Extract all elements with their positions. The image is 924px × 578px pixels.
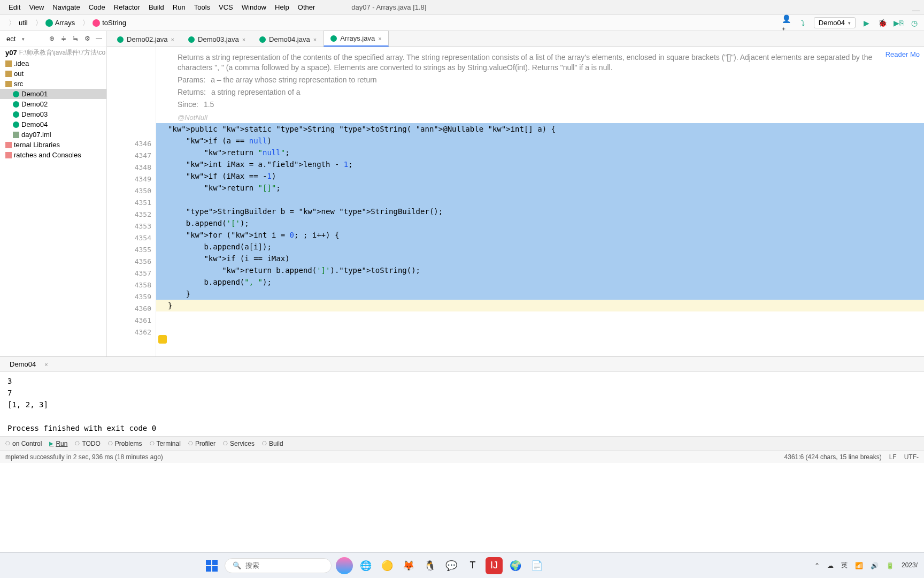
editor-tab[interactable]: Arrays.java× bbox=[324, 31, 388, 47]
code-line[interactable]: b.append('['); bbox=[156, 217, 924, 229]
line-number[interactable]: 4356 bbox=[111, 256, 151, 268]
code-lines[interactable]: "kw">public "kw">static "type">String "t… bbox=[156, 123, 924, 323]
code-line[interactable] bbox=[156, 311, 924, 323]
menu-item[interactable]: Run bbox=[168, 1, 190, 13]
code-line[interactable]: } bbox=[156, 300, 924, 311]
line-number[interactable]: 4349 bbox=[111, 173, 151, 185]
code-line[interactable]: "kw">for ("kw">int i = 0; ; i++) { bbox=[156, 229, 924, 241]
tool-window-button[interactable]: ⎔TODO bbox=[75, 440, 100, 447]
code-area[interactable]: Returns a string representation of the c… bbox=[156, 47, 924, 356]
code-line[interactable]: "kw">return b.append(']')."type">toStrin… bbox=[156, 264, 924, 276]
project-root[interactable]: y07 F:\师承教育\java课件\7方法\co bbox=[0, 47, 106, 58]
chevron-up-icon[interactable]: ⌃ bbox=[814, 562, 820, 569]
line-number[interactable]: 4357 bbox=[111, 268, 151, 279]
code-line[interactable]: b.append(a[i]); bbox=[156, 241, 924, 253]
build-icon[interactable]: ⤵ bbox=[798, 18, 808, 28]
menu-item[interactable]: Edit bbox=[4, 1, 25, 13]
line-number[interactable]: 4346 bbox=[111, 138, 151, 150]
system-tray[interactable]: ⌃ ☁ 英 📶 🔊 🔋 2023/ bbox=[814, 561, 918, 570]
menu-item[interactable]: VCS bbox=[214, 1, 237, 13]
line-number[interactable]: 4361 bbox=[111, 315, 151, 326]
run-icon[interactable]: ▶ bbox=[861, 18, 872, 28]
taskbar-app[interactable] bbox=[336, 557, 353, 574]
close-icon[interactable]: × bbox=[44, 361, 48, 368]
tool-window-button[interactable]: ⎔Terminal bbox=[150, 440, 181, 447]
line-number[interactable]: 4360 bbox=[111, 303, 151, 315]
line-number[interactable]: 4359 bbox=[111, 291, 151, 303]
hide-icon[interactable]: — bbox=[95, 35, 103, 43]
menu-item[interactable]: Other bbox=[294, 1, 320, 13]
code-line[interactable]: } bbox=[156, 288, 924, 300]
battery-icon[interactable]: 🔋 bbox=[886, 562, 894, 569]
code-line[interactable]: "kw">return "[]"; bbox=[156, 182, 924, 194]
project-view-combo[interactable]: ect bbox=[3, 34, 19, 43]
app-icon[interactable]: 🌍 bbox=[507, 557, 524, 574]
expand-all-icon[interactable]: ≑ bbox=[59, 35, 68, 43]
code-line[interactable]: "kw">public "kw">static "type">String "t… bbox=[156, 123, 924, 135]
line-number[interactable]: 4350 bbox=[111, 185, 151, 197]
menu-item[interactable]: View bbox=[25, 1, 48, 13]
qq-icon[interactable]: 🐧 bbox=[421, 557, 438, 574]
code-line[interactable]: "kw">if (i == iMax) bbox=[156, 253, 924, 264]
code-line[interactable]: "kw">int iMax = a."field">length - 1; bbox=[156, 158, 924, 170]
tree-node[interactable]: day07.iml bbox=[0, 130, 106, 140]
intellij-icon[interactable]: IJ bbox=[486, 557, 503, 574]
start-button[interactable] bbox=[203, 557, 220, 574]
volume-icon[interactable]: 🔊 bbox=[871, 562, 879, 569]
tree-node[interactable]: Demo01 bbox=[0, 89, 106, 99]
menu-item[interactable]: Code bbox=[84, 1, 110, 13]
editor-tab[interactable]: Demo02.java× bbox=[110, 32, 181, 47]
tool-window-button[interactable]: ⎔on Control bbox=[5, 440, 42, 447]
run-config-selector[interactable]: Demo04 bbox=[814, 17, 856, 28]
debug-icon[interactable]: 🐞 bbox=[877, 18, 888, 28]
caret-position[interactable]: 4361:6 (424 chars, 15 line breaks) bbox=[784, 453, 882, 461]
menu-item[interactable]: Navigate bbox=[48, 1, 84, 13]
edge-icon[interactable]: 🌐 bbox=[357, 557, 374, 574]
line-number[interactable]: 4348 bbox=[111, 162, 151, 173]
taskbar-search[interactable]: 🔍 搜索 bbox=[225, 558, 332, 573]
close-icon[interactable]: × bbox=[242, 36, 245, 43]
close-icon[interactable]: × bbox=[378, 35, 381, 42]
tree-node[interactable]: ratches and Consoles bbox=[0, 150, 106, 160]
tree-node[interactable]: .idea bbox=[0, 58, 106, 69]
tool-window-button[interactable]: ⎔Build bbox=[262, 440, 283, 447]
tree-node[interactable]: ternal Libraries bbox=[0, 140, 106, 150]
code-line[interactable]: "kw">return "null"; bbox=[156, 147, 924, 158]
locate-icon[interactable]: ⊕ bbox=[48, 35, 56, 43]
line-number[interactable]: 4362 bbox=[111, 326, 151, 338]
console-output[interactable]: 3 7 [1, 2, 3] Process finished with exit… bbox=[0, 372, 924, 436]
breadcrumb-item[interactable]: 〉Arrays bbox=[31, 17, 79, 29]
line-number[interactable]: 4358 bbox=[111, 279, 151, 291]
line-number[interactable]: 4352 bbox=[111, 209, 151, 220]
tree-node[interactable]: src bbox=[0, 79, 106, 89]
breadcrumb-item[interactable]: 〉toString bbox=[78, 17, 129, 29]
tree-node[interactable]: Demo04 bbox=[0, 119, 106, 130]
menu-item[interactable]: Tools bbox=[190, 1, 214, 13]
tool-window-button[interactable]: ⎔Profiler bbox=[188, 440, 215, 447]
app-icon[interactable]: 💬 bbox=[443, 557, 460, 574]
encoding[interactable]: UTF- bbox=[904, 453, 919, 461]
close-icon[interactable]: × bbox=[171, 36, 174, 43]
clock[interactable]: 2023/ bbox=[902, 562, 918, 569]
menu-item[interactable]: Window bbox=[237, 1, 271, 13]
code-line[interactable]: "type">StringBuilder b = "kw">new "type"… bbox=[156, 206, 924, 217]
tree-node[interactable]: out bbox=[0, 69, 106, 79]
code-line[interactable]: "kw">if (iMax == -1) bbox=[156, 170, 924, 182]
tool-window-button[interactable]: ▶Run bbox=[49, 440, 67, 447]
cloud-icon[interactable]: ☁ bbox=[827, 562, 834, 569]
line-number[interactable]: 4347 bbox=[111, 150, 151, 162]
menu-item[interactable]: Refactor bbox=[110, 1, 144, 13]
line-number[interactable]: 4351 bbox=[111, 197, 151, 209]
code-line[interactable]: "kw">if (a == null) bbox=[156, 135, 924, 147]
profiler-icon[interactable]: ◷ bbox=[909, 18, 920, 28]
line-number[interactable]: 4355 bbox=[111, 244, 151, 256]
tree-node[interactable]: Demo02 bbox=[0, 99, 106, 109]
line-separator[interactable]: LF bbox=[889, 453, 897, 461]
code-line[interactable]: b.append(", "); bbox=[156, 276, 924, 288]
tool-window-button[interactable]: ⎔Services bbox=[223, 440, 255, 447]
tree-node[interactable]: Demo03 bbox=[0, 109, 106, 119]
project-tree[interactable]: y07 F:\师承教育\java课件\7方法\co .ideaoutsrcDem… bbox=[0, 47, 106, 356]
wifi-icon[interactable]: 📶 bbox=[855, 562, 863, 569]
minimize-icon[interactable] bbox=[912, 4, 920, 11]
notepad-icon[interactable]: 📄 bbox=[528, 557, 545, 574]
